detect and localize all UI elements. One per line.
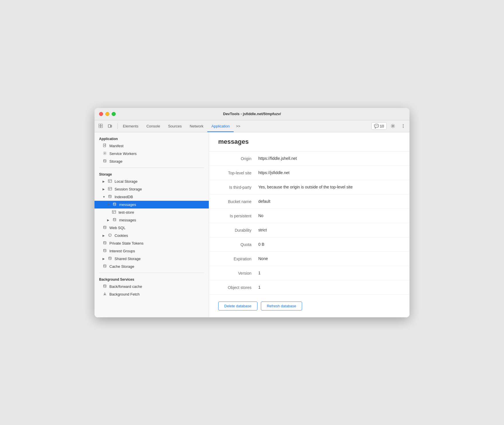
svg-point-13 (104, 153, 105, 154)
close-button[interactable] (99, 112, 103, 116)
tabbar: Elements Console Sources Network Applica… (94, 120, 410, 132)
messages-active-label: messages (119, 202, 136, 207)
sidebar-item-back-forward-cache[interactable]: Back/forward cache (94, 283, 209, 290)
local-storage-label: Local Storage (115, 179, 137, 184)
svg-rect-2 (99, 126, 101, 128)
bucket-name-label: Bucket name (218, 199, 258, 204)
storage-db-icon (103, 159, 107, 164)
cursor-icon[interactable] (97, 122, 105, 130)
top-level-site-label: Top-level site (218, 170, 258, 175)
sidebar-item-local-storage[interactable]: ▶ Local Storage (94, 178, 209, 185)
messages-collapsed-label: messages (119, 218, 136, 222)
svg-point-9 (403, 127, 404, 128)
kebab-menu-button[interactable] (399, 122, 407, 130)
device-icon[interactable] (106, 122, 114, 130)
private-state-tokens-icon (103, 241, 107, 246)
is-persistent-label: Is persistent (218, 213, 258, 218)
session-storage-arrow: ▶ (103, 188, 105, 191)
shared-storage-icon (108, 256, 112, 261)
sidebar-item-cookies[interactable]: ▶ Cookies (94, 232, 209, 239)
detail-title: messages (209, 132, 410, 151)
sidebar-item-shared-storage[interactable]: ▶ Shared Storage (94, 255, 209, 263)
svg-point-6 (392, 125, 394, 127)
svg-rect-1 (101, 124, 103, 126)
quota-label: Quota (218, 242, 258, 247)
svg-point-21 (109, 195, 111, 196)
sidebar-item-manifest[interactable]: Manifest (94, 142, 209, 150)
sidebar-item-service-workers[interactable]: Service Workers (94, 150, 209, 158)
window-title: DevTools - jsfiddle.net/5tmpfuzv/ (223, 112, 281, 116)
detail-row-origin: Origin https://fiddle.jshell.net (209, 151, 410, 166)
is-third-party-label: Is third-party (218, 185, 258, 190)
sidebar-item-indexeddb[interactable]: ▼ IndexedDB (94, 193, 209, 201)
messages-active-icon (112, 202, 117, 207)
sidebar-item-messages-active[interactable]: ▼ messages (94, 201, 209, 208)
sidebar-item-messages-collapsed[interactable]: ▶ messages (94, 216, 209, 224)
svg-point-14 (104, 160, 106, 160)
main-content: Application Manifest (94, 132, 410, 317)
detail-row-object-stores: Object stores 1 (209, 280, 410, 295)
sidebar-item-storage[interactable]: Storage (94, 158, 209, 165)
tab-console[interactable]: Console (142, 120, 164, 132)
indexeddb-arrow: ▼ (103, 195, 105, 198)
detail-panel: messages Origin https://fiddle.jshell.ne… (209, 132, 410, 317)
local-storage-arrow: ▶ (103, 180, 105, 183)
sidebar-item-test-store[interactable]: test-store (94, 208, 209, 216)
sidebar-item-session-storage[interactable]: ▶ Session Storage (94, 185, 209, 193)
tabbar-icons (97, 122, 114, 130)
delete-database-button[interactable]: Delete database (218, 302, 257, 310)
cache-storage-label: Cache Storage (109, 264, 134, 269)
version-label: Version (218, 271, 258, 276)
svg-point-32 (104, 241, 106, 242)
messages-badge[interactable]: 💬 10 (371, 122, 387, 130)
session-storage-label: Session Storage (115, 187, 142, 191)
tab-network[interactable]: Network (186, 120, 208, 132)
origin-label: Origin (218, 156, 258, 161)
refresh-database-button[interactable]: Refresh database (261, 302, 302, 310)
svg-point-31 (109, 235, 110, 236)
svg-point-30 (110, 235, 111, 235)
settings-button[interactable] (389, 122, 397, 130)
tab-application[interactable]: Application (207, 120, 234, 132)
svg-point-35 (104, 265, 106, 265)
top-level-site-value: https://jsfiddle.net (258, 170, 400, 175)
sidebar-item-web-sql[interactable]: Web SQL (94, 224, 209, 232)
tab-separator (117, 123, 118, 129)
chat-icon: 💬 (374, 124, 379, 128)
section-header-application: Application (94, 135, 209, 142)
bucket-name-value: default (258, 199, 400, 204)
expiration-label: Expiration (218, 256, 258, 261)
sidebar-item-private-state-tokens[interactable]: Private State Tokens (94, 239, 209, 247)
tab-elements[interactable]: Elements (119, 120, 142, 132)
sidebar-item-interest-groups[interactable]: Interest Groups (94, 247, 209, 255)
detail-row-expiration: Expiration None (209, 252, 410, 266)
interest-groups-icon (103, 249, 107, 253)
background-fetch-icon (103, 292, 107, 297)
svg-point-36 (104, 285, 106, 286)
quota-value: 0 B (258, 242, 400, 247)
tab-sources[interactable]: Sources (164, 120, 186, 132)
cookies-label: Cookies (115, 233, 128, 238)
detail-row-bucket-name: Bucket name default (209, 194, 410, 209)
messages-collapsed-icon (112, 218, 117, 223)
indexeddb-label: IndexedDB (115, 195, 133, 199)
web-sql-label: Web SQL (109, 226, 125, 230)
svg-rect-4 (108, 125, 111, 127)
sidebar-item-background-fetch[interactable]: Background Fetch (94, 290, 209, 298)
minimize-button[interactable] (105, 112, 109, 116)
tabbar-right: 💬 10 (371, 122, 407, 130)
devtools-window: DevTools - jsfiddle.net/5tmpfuzv/ (94, 108, 410, 317)
test-store-icon (112, 210, 116, 215)
detail-rows: Origin https://fiddle.jshell.net Top-lev… (209, 151, 410, 295)
more-tabs-button[interactable]: >> (234, 124, 243, 128)
maximize-button[interactable] (112, 112, 116, 116)
background-fetch-label: Background Fetch (109, 292, 140, 296)
private-state-tokens-label: Private State Tokens (109, 241, 143, 245)
detail-row-version: Version 1 (209, 266, 410, 280)
svg-point-34 (109, 257, 111, 258)
test-store-label: test-store (119, 210, 134, 215)
svg-rect-10 (103, 144, 106, 147)
cache-storage-icon (103, 264, 107, 269)
sidebar-item-cache-storage[interactable]: Cache Storage (94, 263, 209, 270)
detail-row-durability: Durability strict (209, 223, 410, 237)
